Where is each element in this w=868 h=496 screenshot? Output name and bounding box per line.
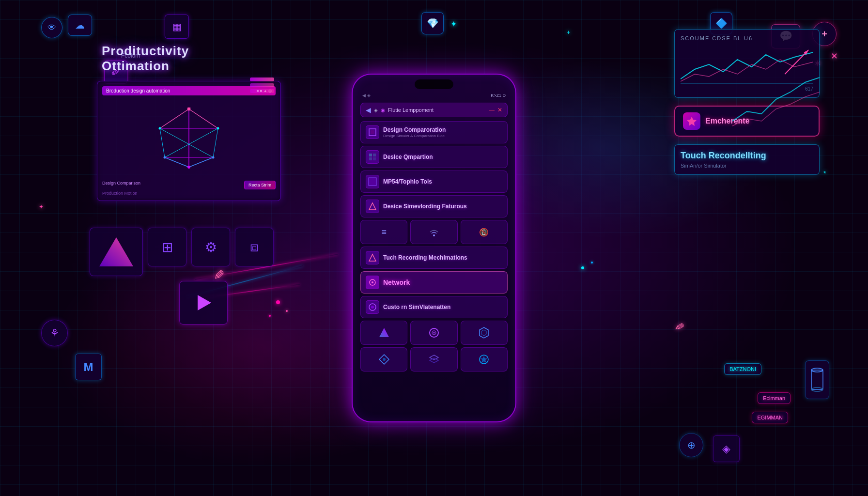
menu-item-device-sim[interactable]: Desice Simevlording Faturous xyxy=(360,195,508,217)
star-1: ✦ xyxy=(450,19,457,29)
svg-marker-17 xyxy=(198,295,211,310)
icon-btn-diamond[interactable] xyxy=(360,347,407,372)
cylinder-svg xyxy=(810,365,824,394)
menu-content-1: Deslce Qmpartion xyxy=(383,154,502,160)
status-text: K>Z1 D xyxy=(491,93,506,98)
menu-content-5: Network xyxy=(383,279,502,286)
menu-content-0: Design Comparoration Design Simuler A Co… xyxy=(383,126,502,138)
svg-marker-40 xyxy=(430,355,438,360)
svg-marker-46 xyxy=(687,117,697,126)
star-2: + xyxy=(567,29,570,36)
svg-rect-24 xyxy=(369,178,376,186)
svg-point-26 xyxy=(433,234,435,236)
icon-btn-hex[interactable] xyxy=(461,321,508,345)
menu-item-mp54[interactable]: MP54/Tophio Tols xyxy=(360,170,508,193)
svg-marker-36 xyxy=(480,327,488,338)
svg-marker-43 xyxy=(480,356,488,363)
menu-content-3: Desice Simevlording Faturous xyxy=(383,203,502,210)
menu-item-design-comparoration[interactable]: Design Comparoration Design Simuler A Co… xyxy=(360,121,508,143)
batznoni-badge: BATZNONI xyxy=(724,363,761,375)
svg-rect-22 xyxy=(369,157,372,160)
menu-item-touch-recording[interactable]: Tuch Recording Mechimations xyxy=(360,247,508,269)
menu-item-deslce[interactable]: Deslce Qmpartion xyxy=(360,146,508,168)
svg-marker-16 xyxy=(99,237,133,266)
icon-row-bottom-2 xyxy=(360,347,508,372)
icon-btn-badge[interactable] xyxy=(461,347,508,372)
svg-marker-27 xyxy=(369,254,376,261)
menu-item-custom-sim[interactable]: Custo rn SimVlatenatten xyxy=(360,296,508,318)
play-button[interactable] xyxy=(179,281,228,325)
menu-title-0: Design Comparoration xyxy=(383,126,502,133)
svg-point-14 xyxy=(164,156,166,159)
menu-icon-2 xyxy=(366,175,379,188)
left-panel: Prodituctivity Ottimation Broduction des… xyxy=(97,44,281,201)
icon-btn-phone[interactable]: 📵 xyxy=(461,220,508,244)
phone-status-bar: ◀ ◈ K>Z1 D xyxy=(360,93,508,98)
svg-point-11 xyxy=(217,127,219,130)
icon-btn-wifi[interactable] xyxy=(410,220,457,244)
menu-title-3: Desice Simevlording Faturous xyxy=(383,203,502,210)
svg-rect-20 xyxy=(369,154,372,156)
phone-container: ◀ ◈ K>Z1 D ◀ ◈ ◉ Flutie Lemppoment — ✕ D… xyxy=(352,74,516,422)
scroll-icon-right xyxy=(805,360,829,399)
icon-row-bottom-1 xyxy=(360,321,508,345)
menu-title-1: Deslce Qmpartion xyxy=(383,154,502,160)
svg-marker-25 xyxy=(369,203,376,210)
bottom-left-triangle xyxy=(90,228,143,276)
top-right-chart xyxy=(728,73,824,131)
touch-recording-card: Touch Recondellting SimAn/or Simulator xyxy=(674,144,820,175)
phone-topbar[interactable]: ◀ ◈ ◉ Flutie Lemppoment — ✕ xyxy=(360,103,508,117)
chart-title: SCOUME CDSE BL U6 xyxy=(681,35,813,41)
card-bottom-labels: Design Comparison Recta Strim xyxy=(102,181,276,189)
svg-point-15 xyxy=(187,166,190,169)
triangle-icon xyxy=(97,235,136,269)
svg-line-9 xyxy=(189,157,213,167)
menu-content-6: Custo rn SimVlatenatten xyxy=(383,304,502,310)
bottom-icon-gear: ⚙ xyxy=(191,228,230,266)
icon-btn-list[interactable]: ≡ xyxy=(360,220,407,244)
particle-3 xyxy=(269,315,271,317)
menu-icon-0 xyxy=(366,125,379,139)
float-box-top-left: ▦ xyxy=(165,15,189,39)
x-icon: ✕ xyxy=(831,51,838,62)
svg-rect-21 xyxy=(373,154,376,156)
bottom-icon-grid: ⊞ xyxy=(148,228,186,266)
egimman-badge-1: EGIMMAN xyxy=(752,412,788,423)
menu-title-4: Tuch Recording Mechimations xyxy=(383,254,502,261)
particle-5 xyxy=(591,262,593,264)
svg-point-35 xyxy=(433,332,434,334)
production-motion-label: Production Motion xyxy=(102,191,276,196)
forum-label: Fcolum xyxy=(121,52,140,59)
svg-point-13 xyxy=(212,156,215,159)
card-label1: Design Comparison xyxy=(102,181,140,189)
menu-item-network[interactable]: Network xyxy=(360,271,508,294)
svg-rect-47 xyxy=(811,370,823,389)
svg-marker-41 xyxy=(430,358,438,363)
particle-4 xyxy=(581,266,584,269)
left-visualization-card: Broduction design automation ■ ■ ▲ ◎ xyxy=(97,81,281,201)
touch-recording-title: Touch Recondellting xyxy=(681,151,813,161)
svg-line-5 xyxy=(165,128,218,157)
svg-rect-23 xyxy=(373,157,376,160)
card-header-text: Broduction design automation xyxy=(106,88,170,93)
enhance-icon xyxy=(683,112,700,130)
title-line2: Ottimation xyxy=(102,59,281,74)
svg-rect-19 xyxy=(371,130,374,134)
icon-btn-layers[interactable] xyxy=(410,347,457,372)
float-eye-icon: 👁 xyxy=(41,17,62,38)
svg-line-7 xyxy=(189,109,218,128)
icon-btn-circle[interactable] xyxy=(410,321,457,345)
phone-device: ◀ ◈ K>Z1 D ◀ ◈ ◉ Flutie Lemppoment — ✕ D… xyxy=(352,74,516,422)
particle-2 xyxy=(286,310,288,312)
recta-strim-button[interactable]: Recta Strim xyxy=(244,181,276,189)
svg-marker-32 xyxy=(379,328,389,337)
menu-content-4: Tuch Recording Mechimations xyxy=(383,254,502,261)
svg-line-6 xyxy=(160,109,189,128)
menu-icon-3 xyxy=(366,200,379,213)
bottom-icon-square: ⧈ xyxy=(235,228,274,266)
topbar-label: Flutie Lemppoment xyxy=(388,107,486,113)
icon-btn-tri1[interactable] xyxy=(360,321,407,345)
bottom-right-icon2: ◈ xyxy=(713,435,740,462)
bottom-small-icon1: ⚘ xyxy=(41,320,68,346)
menu-title-2: MP54/Tophio Tols xyxy=(383,178,502,185)
